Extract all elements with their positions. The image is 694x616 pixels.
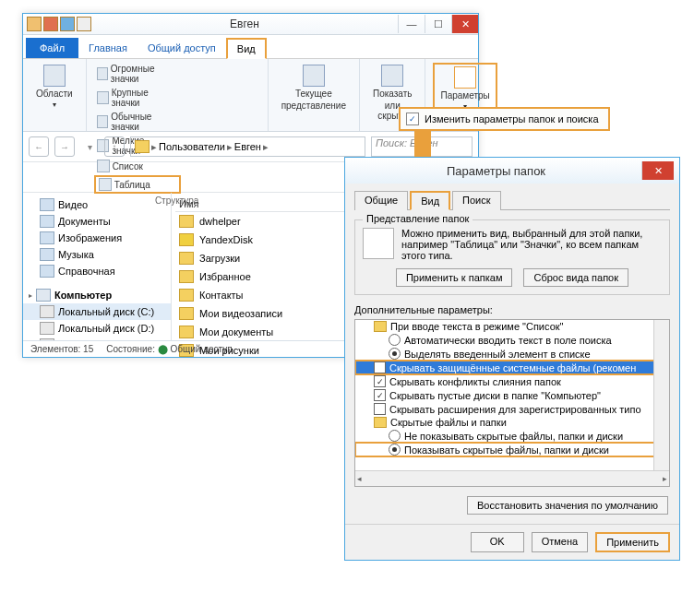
crumb-users[interactable]: Пользователи [159,141,225,152]
folder-icon [135,140,150,153]
options-dropdown-item[interactable]: ✓ Изменить параметры папок и поиска [399,107,610,131]
tree-images[interactable]: Изображения [23,230,171,246]
tree-disk-c[interactable]: Локальный диск (C:) [23,303,171,320]
tab-view[interactable]: Вид [226,38,267,59]
icon-3 [60,17,75,31]
tree-date2[interactable]: DATE II (E:) [23,337,171,340]
dtab-view[interactable]: Вид [410,191,450,210]
close-button[interactable]: ✕ [451,15,478,33]
panes-label: Области [36,89,73,99]
icon-4 [77,17,91,31]
adv-hidden-header: Скрытые файлы и папки [355,416,669,429]
reset-folders-button[interactable]: Сброс вида папок [523,268,628,287]
adv-radio-auto[interactable]: Автоматически вводить текст в поле поиск… [355,333,669,347]
crumb-user[interactable]: Евген [234,141,261,152]
folder-views-text: Можно применить вид, выбранный для этой … [401,228,662,261]
adv-radio-select[interactable]: Выделять введенный элемент в списке [355,347,669,361]
apply-to-folders-button[interactable]: Применить к папкам [396,268,513,287]
up-button[interactable]: ↑ [104,136,125,157]
adv-check-merge[interactable]: ✓Скрывать конфликты слияния папок [355,374,669,388]
dtab-general[interactable]: Общие [354,191,408,210]
tree-computer[interactable]: ▸Компьютер [23,287,171,303]
folder-views-group: Представление папок Можно применить вид,… [354,219,670,295]
adv-radio-show-hidden[interactable]: Показывать скрытые файлы, папки и диски [355,443,669,456]
dialog-buttons: OK Отмена Применить [345,524,679,560]
layout-table[interactable]: Таблица [94,175,181,194]
scrollbar-horizontal[interactable]: ◂▸ [355,470,669,486]
tree-video[interactable]: Видео [23,196,171,213]
back-button[interactable]: ← [29,136,49,157]
cancel-button[interactable]: Отмена [532,532,588,552]
status-state: Состояние: ⬤ Общий доступ [106,344,232,354]
layout-normal[interactable]: Обычные значки [94,111,177,133]
icon-2 [43,17,58,31]
folder-options-dialog: Параметры папок ✕ Общие Вид Поиск Предст… [344,157,680,561]
nav-tree: Видео Документы Изображения Музыка Справ… [23,193,172,340]
layout-gallery: Огромные значки Крупные значки Обычные з… [94,63,260,194]
apply-button[interactable]: Применить [595,532,670,552]
scrollbar-vertical[interactable] [653,320,669,471]
current-view-button[interactable]: Текущеепредставление [276,63,352,113]
tree-disk-d[interactable]: Локальный диск (D:) [23,320,171,337]
layout-list[interactable]: Список [94,159,177,173]
icon-1 [27,17,42,31]
tree-help[interactable]: Справочная [23,263,171,279]
history-button[interactable]: ▾ [80,137,99,156]
adv-radio-hide-hidden[interactable]: Не показывать скрытые файлы, папки и дис… [355,429,669,443]
dialog-title: Параметры папок [351,164,641,178]
checkbox-icon: ✓ [406,113,419,125]
adv-check-hide-system[interactable]: Скрывать защищённые системные файлы (рек… [355,361,669,374]
forward-button[interactable]: → [54,136,75,157]
tab-share[interactable]: Общий доступ [138,38,226,58]
advanced-label: Дополнительные параметры: [354,304,670,315]
titlebar: Евген — ☐ ✕ [23,14,478,35]
ribbon-tabs: Файл Главная Общий доступ Вид [23,35,478,59]
minimize-button[interactable]: — [398,15,425,33]
dialog-close-button[interactable]: ✕ [641,161,674,180]
adv-check-extensions[interactable]: Скрывать расширения для зарегистрированн… [355,402,669,416]
status-count: Элементов: 15 [30,344,93,354]
ok-button[interactable]: OK [471,532,524,552]
breadcrumb[interactable]: ▸ Пользователи ▸ Евген ▸ [130,136,365,157]
layout-large[interactable]: Крупные значки [94,87,177,109]
tab-home[interactable]: Главная [78,38,138,58]
options-dropdown-label: Изменить параметры папок и поиска [425,113,599,124]
tree-docs[interactable]: Документы [23,213,171,230]
restore-defaults-button[interactable]: Восстановить значения по умолчанию [467,496,668,515]
panes-button[interactable]: Области▾ [30,63,78,111]
group-label: Представление папок [363,213,473,224]
window-title: Евген [91,18,398,30]
layout-huge[interactable]: Огромные значки [94,63,177,85]
adv-header: При вводе текста в режиме "Список" [355,320,669,333]
folder-views-icon [363,228,394,259]
advanced-list[interactable]: При вводе текста в режиме "Список" Автом… [354,319,670,487]
dialog-tabs: Общие Вид Поиск [354,191,670,210]
maximize-button[interactable]: ☐ [425,15,451,33]
tree-music[interactable]: Музыка [23,246,171,263]
dtab-search[interactable]: Поиск [452,191,500,210]
tab-file[interactable]: Файл [26,38,78,58]
dialog-titlebar: Параметры папок ✕ [345,158,679,184]
advanced-group: Дополнительные параметры: При вводе текс… [354,304,670,487]
adv-check-empty-drives[interactable]: ✓Скрывать пустые диски в папке "Компьюте… [355,388,669,402]
